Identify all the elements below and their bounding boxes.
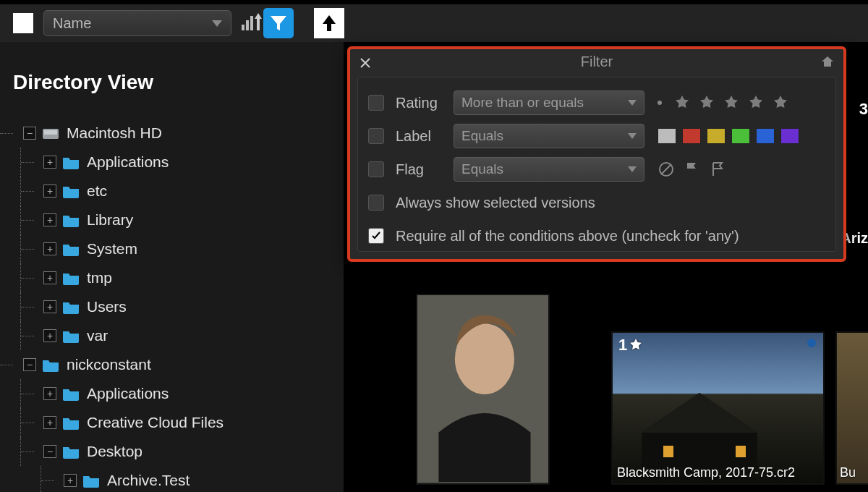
tree-label: System	[87, 240, 137, 258]
chevron-down-icon	[628, 100, 637, 106]
expand-icon[interactable]: +	[43, 156, 56, 169]
color-label-dot	[807, 339, 816, 347]
tree-node-folder[interactable]: + Applications	[0, 148, 344, 177]
label-label: Label	[396, 128, 454, 145]
always-show-checkbox[interactable]	[368, 195, 384, 211]
sidebar-title: Directory View	[0, 71, 344, 94]
require-all-label: Require all of the conditions above (unc…	[396, 228, 739, 245]
rating-op-select[interactable]: More than or equals	[454, 90, 644, 115]
star-icon[interactable]	[698, 94, 715, 111]
expand-icon[interactable]: +	[43, 242, 56, 255]
tree-node-folder[interactable]: + Creative Cloud Files	[0, 408, 344, 437]
tree-node-drive[interactable]: − Macintosh HD	[0, 119, 344, 148]
label-op-select[interactable]: Equals	[454, 124, 644, 148]
tree-label: Macintosh HD	[67, 124, 162, 142]
star-icon[interactable]	[772, 94, 789, 111]
tree-label: Creative Cloud Files	[87, 414, 224, 431]
flag-label: Flag	[396, 161, 454, 178]
view-mode-chip[interactable]	[13, 13, 33, 33]
home-button[interactable]	[820, 55, 835, 72]
collapse-icon[interactable]: −	[23, 127, 36, 140]
thumbnail-partial[interactable]: Bu	[835, 331, 868, 485]
upload-button[interactable]	[314, 8, 344, 38]
folder-icon	[62, 300, 80, 314]
star-icon	[629, 338, 643, 352]
top-toolbar: Name	[0, 4, 868, 42]
sort-field-select[interactable]: Name	[43, 10, 231, 36]
tree-label: Applications	[87, 385, 169, 402]
star-icon[interactable]	[723, 94, 740, 111]
expand-icon[interactable]: +	[43, 184, 56, 198]
tree-node-folder[interactable]: + Archive.Test	[0, 466, 344, 492]
tree-node-folder[interactable]: + Applications	[0, 379, 344, 408]
tree-node-folder[interactable]: + var	[0, 321, 344, 350]
arrow-up-icon	[253, 12, 263, 32]
flag-enable-checkbox[interactable]	[368, 161, 384, 177]
tree-label: etc	[87, 182, 107, 200]
flag-none-icon[interactable]	[658, 161, 675, 178]
tree-node-folder[interactable]: + etc	[0, 177, 344, 205]
thumbnail-portrait[interactable]	[416, 294, 550, 485]
rating-enable-checkbox[interactable]	[368, 95, 384, 111]
expand-icon[interactable]: +	[64, 474, 77, 487]
expand-icon[interactable]: +	[43, 387, 56, 400]
tree-label: Desktop	[87, 443, 142, 460]
label-enable-checkbox[interactable]	[368, 128, 384, 144]
directory-tree: − Macintosh HD + Applications + etc + Li…	[0, 119, 344, 492]
funnel-icon	[269, 14, 288, 33]
filter-row-flag: Flag Equals	[368, 153, 825, 186]
folder-icon	[62, 328, 80, 343]
folder-icon	[42, 357, 59, 372]
chevron-down-icon	[628, 133, 637, 139]
expand-icon[interactable]: +	[43, 329, 56, 342]
thumbnail-blacksmith[interactable]: 1 Blacksmith Camp, 2017-75.cr2	[611, 331, 825, 485]
flag-set-icon[interactable]	[684, 161, 701, 178]
require-all-checkbox[interactable]	[368, 228, 384, 244]
flag-outline-icon[interactable]	[710, 161, 727, 178]
svg-rect-7	[736, 446, 746, 457]
tree-node-folder[interactable]: − Desktop	[0, 437, 344, 466]
folder-icon	[62, 184, 80, 198]
thumbnail-caption: Bu	[840, 465, 856, 480]
label-swatch[interactable]	[731, 128, 750, 144]
folder-icon	[82, 473, 100, 488]
svg-rect-6	[663, 446, 673, 457]
sort-direction-button[interactable]	[242, 16, 253, 30]
label-swatch[interactable]	[658, 128, 676, 144]
flag-op-select[interactable]: Equals	[454, 157, 644, 182]
star-icon[interactable]	[673, 94, 691, 111]
tree-node-folder[interactable]: + Library	[0, 205, 344, 234]
label-swatch[interactable]	[780, 128, 799, 144]
tree-label: Archive.Test	[107, 472, 190, 489]
rating-stars[interactable]	[658, 94, 789, 111]
folder-icon	[62, 271, 80, 285]
zero-star-dot[interactable]	[658, 101, 662, 105]
label-swatch[interactable]	[682, 128, 701, 144]
rating-badge: 1	[618, 336, 643, 355]
always-show-label: Always show selected versions	[396, 195, 595, 211]
expand-icon[interactable]: +	[43, 271, 56, 284]
tree-label: Users	[87, 298, 127, 315]
folder-icon	[62, 155, 80, 169]
drive-icon	[42, 126, 59, 140]
sort-field-value: Name	[53, 15, 91, 32]
expand-icon[interactable]: +	[43, 416, 56, 429]
label-swatch[interactable]	[756, 128, 775, 144]
collapse-icon[interactable]: −	[23, 358, 36, 371]
filter-button[interactable]	[263, 8, 294, 38]
filter-row-rating: Rating More than or equals	[368, 86, 825, 119]
directory-sidebar: Directory View − Macintosh HD + Applicat…	[0, 42, 344, 492]
label-swatch[interactable]	[707, 128, 726, 144]
tree-node-userhome[interactable]: − nickconstant	[0, 350, 344, 379]
collapse-icon[interactable]: −	[43, 445, 56, 458]
tree-label: tmp	[87, 269, 112, 287]
house-placeholder-icon	[627, 389, 772, 469]
folder-icon	[62, 444, 80, 459]
expand-icon[interactable]: +	[43, 300, 56, 313]
label-swatches	[658, 128, 799, 144]
tree-node-folder[interactable]: + System	[0, 234, 344, 263]
star-icon[interactable]	[747, 94, 765, 111]
expand-icon[interactable]: +	[43, 213, 56, 226]
tree-node-folder[interactable]: + Users	[0, 292, 344, 321]
tree-node-folder[interactable]: + tmp	[0, 263, 344, 292]
